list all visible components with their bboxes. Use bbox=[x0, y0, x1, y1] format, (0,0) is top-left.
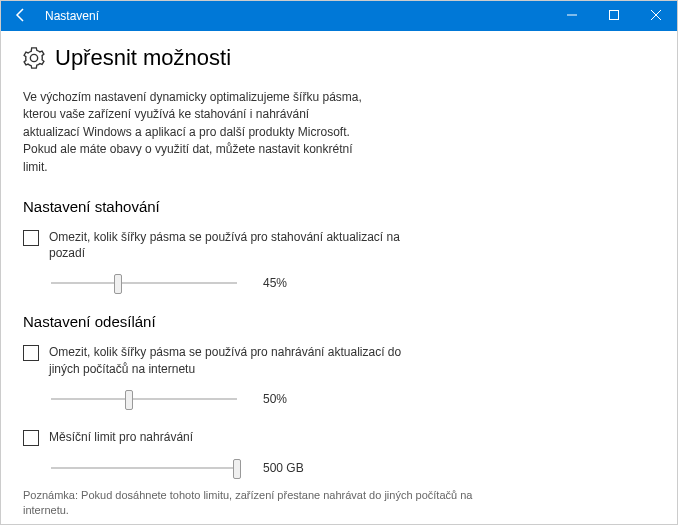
slider-thumb[interactable] bbox=[114, 274, 122, 294]
upload-limit-row: Omezit, kolik šířky pásma se používá pro… bbox=[23, 344, 655, 376]
download-slider[interactable] bbox=[51, 273, 237, 293]
window-title: Nastavení bbox=[41, 9, 551, 23]
close-button[interactable] bbox=[635, 1, 677, 31]
download-heading: Nastavení stahování bbox=[23, 198, 655, 215]
minimize-button[interactable] bbox=[551, 1, 593, 31]
download-slider-value: 45% bbox=[263, 276, 287, 290]
slider-thumb[interactable] bbox=[233, 459, 241, 479]
upload-heading: Nastavení odesílání bbox=[23, 313, 655, 330]
download-slider-row: 45% bbox=[51, 273, 655, 293]
upload-slider[interactable] bbox=[51, 389, 237, 409]
svg-rect-1 bbox=[610, 11, 619, 20]
page-title: Upřesnit možnosti bbox=[55, 45, 231, 71]
titlebar: Nastavení bbox=[1, 1, 677, 31]
limit-note: Poznámka: Pokud dosáhnete tohoto limitu,… bbox=[23, 488, 483, 518]
upload-slider-row: 50% bbox=[51, 389, 655, 409]
upload-section: Nastavení odesílání Omezit, kolik šířky … bbox=[23, 313, 655, 477]
monthly-slider-row: 500 GB bbox=[51, 458, 655, 478]
page-description: Ve výchozím nastavení dynamicky optimali… bbox=[23, 89, 363, 176]
content-area: Upřesnit možnosti Ve výchozím nastavení … bbox=[1, 31, 677, 524]
back-button[interactable] bbox=[1, 7, 41, 26]
window-controls bbox=[551, 1, 677, 31]
monthly-slider-value: 500 GB bbox=[263, 461, 304, 475]
gear-icon bbox=[23, 47, 45, 69]
monthly-limit-label: Měsíční limit pro nahrávání bbox=[49, 429, 193, 445]
upload-limit-checkbox[interactable] bbox=[23, 345, 39, 361]
monthly-limit-row: Měsíční limit pro nahrávání bbox=[23, 429, 655, 446]
download-limit-row: Omezit, kolik šířky pásma se používá pro… bbox=[23, 229, 655, 261]
slider-thumb[interactable] bbox=[125, 390, 133, 410]
download-section: Nastavení stahování Omezit, kolik šířky … bbox=[23, 198, 655, 293]
maximize-button[interactable] bbox=[593, 1, 635, 31]
upload-limit-label: Omezit, kolik šířky pásma se používá pro… bbox=[49, 344, 409, 376]
download-limit-label: Omezit, kolik šířky pásma se používá pro… bbox=[49, 229, 409, 261]
monthly-limit-checkbox[interactable] bbox=[23, 430, 39, 446]
page-header: Upřesnit možnosti bbox=[23, 45, 655, 71]
download-limit-checkbox[interactable] bbox=[23, 230, 39, 246]
upload-slider-value: 50% bbox=[263, 392, 287, 406]
monthly-slider[interactable] bbox=[51, 458, 237, 478]
